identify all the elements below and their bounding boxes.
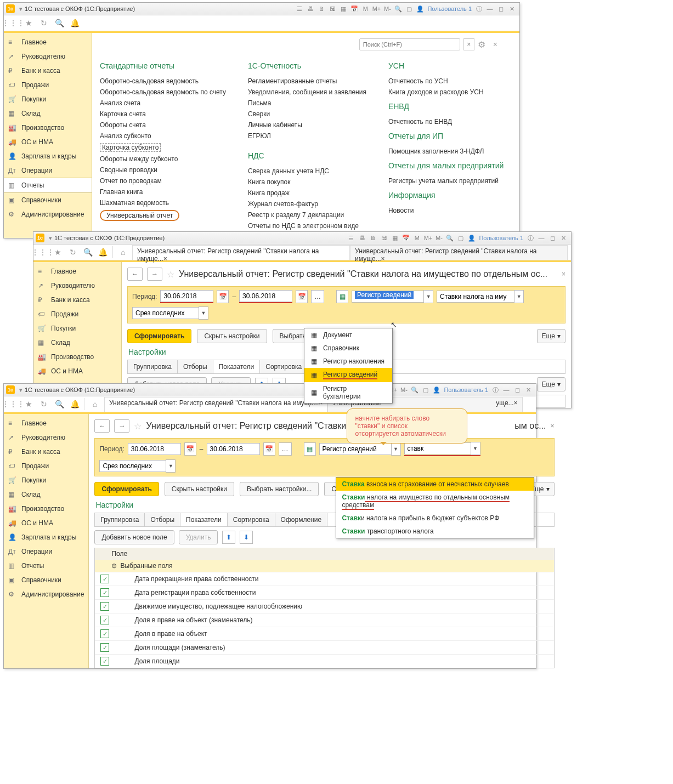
nav-back-button[interactable]: ← xyxy=(94,419,110,433)
report-link[interactable]: Отчеты по НДС в электронном виде xyxy=(248,222,366,230)
sidebar-item-Операции[interactable]: ДтОперации xyxy=(4,163,92,178)
register-name-combo[interactable]: ▼ xyxy=(404,442,480,456)
star-icon[interactable]: ★ xyxy=(52,246,64,258)
report-link[interactable]: Книга покупок xyxy=(248,178,366,186)
zoom-icon[interactable]: 🔍 xyxy=(445,234,454,242)
settings-tab[interactable]: Оформление xyxy=(275,513,327,526)
sidebar-item-Продажи[interactable]: 🏷Продажи xyxy=(4,78,92,92)
sidebar-item-Зарплата и кадры[interactable]: 👤Зарплата и кадры xyxy=(4,149,92,163)
checkbox-icon[interactable]: ✓ xyxy=(100,616,109,624)
layout-icon[interactable]: ▢ xyxy=(405,4,414,13)
field-row[interactable]: ✓Доля площади xyxy=(95,654,553,668)
checkbox-icon[interactable]: ✓ xyxy=(100,643,109,652)
sidebar-item-Зарплата и кадры[interactable]: 👤Зарплата и кадры xyxy=(4,530,88,544)
home-icon[interactable]: ⌂ xyxy=(112,246,129,258)
chevron-down-icon[interactable]: ▼ xyxy=(199,306,208,320)
settings-tab[interactable]: Показатели xyxy=(213,360,261,373)
dropdown-item[interactable]: ▦Регистр накопления xyxy=(304,355,392,368)
field-row[interactable]: ✓Движимое имущество, подлежащее налогооб… xyxy=(95,599,553,613)
report-link[interactable]: Книга доходов и расходов УСН xyxy=(388,88,504,96)
sidebar-item-Руководителю[interactable]: ↗Руководителю xyxy=(33,279,121,293)
report-link[interactable]: Анализ счета xyxy=(100,99,226,107)
zoom-icon[interactable]: 🔍 xyxy=(410,385,419,394)
report-link[interactable]: Отчет по проводкам xyxy=(100,177,226,185)
sidebar-item-Продажи[interactable]: 🏷Продажи xyxy=(4,459,88,473)
history-icon[interactable]: ↻ xyxy=(38,17,50,29)
slice-combo[interactable]: ▼ xyxy=(99,459,176,473)
gear-icon[interactable]: ⚙ xyxy=(478,39,485,50)
sidebar-item-Банк и касса[interactable]: ₽Банк и касса xyxy=(4,445,88,459)
more-button[interactable]: Еще▾ xyxy=(537,377,565,391)
m-icon[interactable]: M xyxy=(412,234,421,242)
user-label[interactable]: Пользователь 1 xyxy=(479,235,523,241)
report-link[interactable]: ЕГРЮЛ xyxy=(248,132,366,140)
sidebar-item-Производство[interactable]: 🏭Производство xyxy=(4,502,88,516)
report-link[interactable]: Письма xyxy=(248,99,366,107)
calendar-icon[interactable]: 📅 xyxy=(401,234,410,242)
sidebar-item-Отчеты[interactable]: ▥Отчеты xyxy=(4,559,88,573)
minimize-icon[interactable]: — xyxy=(485,4,494,13)
home-icon[interactable]: ⌂ xyxy=(84,398,101,410)
sidebar-item-Производство[interactable]: 🏭Производство xyxy=(33,350,121,364)
search-icon[interactable]: 🔍 xyxy=(53,398,65,410)
register-type-combo[interactable]: ▼ xyxy=(319,442,401,456)
apps-icon[interactable]: ⋮⋮⋮ xyxy=(7,17,19,29)
bell-icon[interactable]: 🔔 xyxy=(69,398,81,410)
doc-tab-2[interactable]: Универсальный отчет: Регистр сведений "С… xyxy=(350,245,568,260)
info-icon[interactable]: ⓘ xyxy=(474,4,483,13)
generate-button[interactable]: Сформировать xyxy=(94,482,159,496)
report-link[interactable]: Новости xyxy=(388,207,504,214)
report-link[interactable]: Оборотно-сальдовая ведомость xyxy=(100,77,226,85)
history-icon[interactable]: ↻ xyxy=(38,398,50,410)
sidebar-item-Справочники[interactable]: ▣Справочники xyxy=(4,573,88,587)
sidebar-item-Склад[interactable]: ▦Склад xyxy=(4,487,88,502)
chevron-down-icon[interactable]: ▾ xyxy=(49,235,52,242)
sidebar-item-Склад[interactable]: ▦Склад xyxy=(33,336,121,350)
report-link[interactable]: Оборотно-сальдовая ведомость по счету xyxy=(100,88,226,96)
apps-icon[interactable]: ⋮⋮⋮ xyxy=(7,398,19,410)
delete-field-button[interactable]: Удалить xyxy=(179,530,218,544)
report-link[interactable]: Личные кабинеты xyxy=(248,121,366,129)
report-link[interactable]: Уведомления, сообщения и заявления xyxy=(248,88,366,96)
settings-tab[interactable]: Группировка xyxy=(128,360,178,373)
add-field-button[interactable]: Добавить новое поле xyxy=(94,530,174,544)
info-icon[interactable]: ⓘ xyxy=(526,234,535,242)
favorite-star-icon[interactable]: ☆ xyxy=(134,421,142,431)
dropdown-item[interactable]: ▦Справочник xyxy=(304,342,392,355)
close-icon[interactable]: ✕ xyxy=(559,234,568,242)
sidebar-item-Руководителю[interactable]: ↗Руководителю xyxy=(4,49,92,64)
mplus-icon[interactable]: M+ xyxy=(372,4,381,13)
user-label[interactable]: Пользователь 1 xyxy=(427,5,472,12)
sidebar-item-Справочники[interactable]: ▣Справочники xyxy=(4,193,92,207)
sidebar-item-Продажи[interactable]: 🏷Продажи xyxy=(33,307,121,321)
sidebar-item-Администрирование[interactable]: ⚙Администрирование xyxy=(4,207,92,221)
checkbox-icon[interactable]: ✓ xyxy=(100,602,109,611)
grid-icon[interactable]: ▦ xyxy=(339,4,348,13)
user-icon[interactable]: 👤 xyxy=(416,4,425,13)
report-link[interactable]: Сводные проводки xyxy=(100,166,226,174)
info-icon[interactable]: ⓘ xyxy=(491,385,500,394)
group-row[interactable]: ⊖Выбранные поля xyxy=(95,560,553,572)
report-link[interactable]: Шахматная ведомость xyxy=(100,199,226,207)
nav-forward-button[interactable]: → xyxy=(114,419,129,433)
chevron-down-icon[interactable]: ▼ xyxy=(166,459,176,473)
search-icon[interactable]: 🔍 xyxy=(53,17,65,29)
period-picker-button[interactable]: … xyxy=(311,290,324,303)
star-icon[interactable]: ★ xyxy=(22,17,35,29)
calendar-button[interactable]: 📅 xyxy=(184,442,196,456)
close-icon[interactable]: ✕ xyxy=(507,4,516,13)
chevron-down-icon[interactable]: ▼ xyxy=(391,442,401,456)
settings-tab[interactable]: Сортировка xyxy=(260,360,308,373)
suggestion-item[interactable]: Ставка взноса на страхование от несчастн… xyxy=(336,478,534,491)
search-icon[interactable]: 🔍 xyxy=(82,246,94,258)
clear-search-button[interactable]: × xyxy=(463,38,474,50)
search-input[interactable] xyxy=(359,38,460,50)
minimize-icon[interactable]: — xyxy=(537,234,546,242)
suggestion-item[interactable]: Ставки налога на прибыль в бюджет субъек… xyxy=(336,512,534,525)
calendar-button[interactable]: 📅 xyxy=(263,442,275,456)
nav-forward-button[interactable]: → xyxy=(147,268,162,281)
slice-combo[interactable]: ▼ xyxy=(132,306,208,320)
report-link[interactable]: Сверка данных учета НДС xyxy=(248,167,366,175)
tab-close-icon[interactable]: × xyxy=(381,255,385,263)
more-button[interactable]: Еще▾ xyxy=(537,329,565,343)
